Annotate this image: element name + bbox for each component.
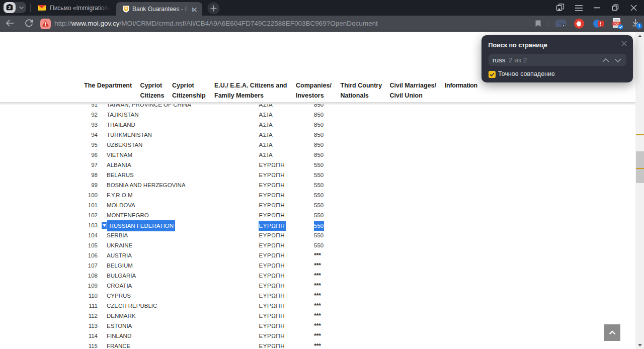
svg-text:PDF: PDF	[614, 22, 620, 25]
svg-text:2: 2	[8, 5, 11, 10]
svg-text:1: 1	[638, 23, 640, 28]
